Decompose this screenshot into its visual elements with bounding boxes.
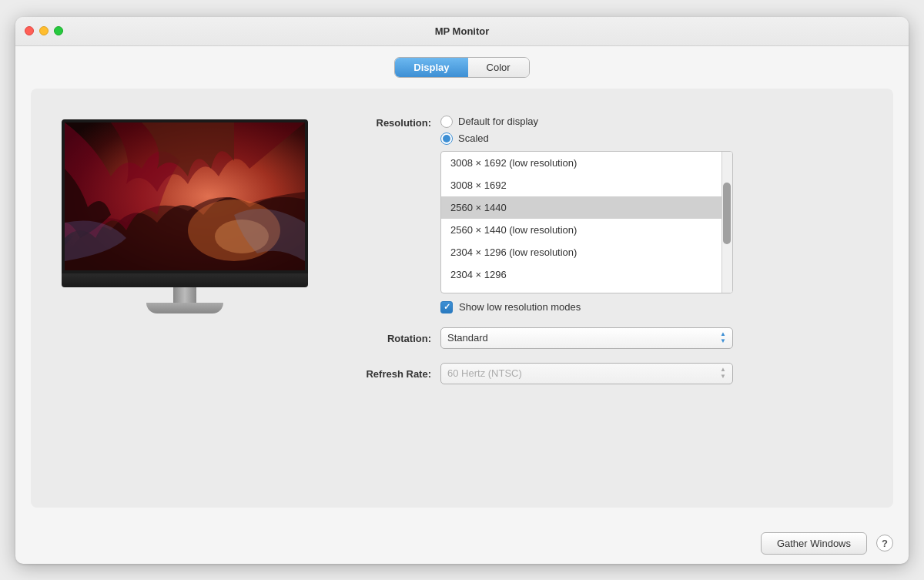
show-low-res-label: Show low resolution modes: [459, 301, 581, 313]
settings-panel: Resolution: Default for display Scaled: [346, 112, 878, 492]
refresh-rate-arrows: ▲ ▼: [720, 367, 726, 380]
radio-default[interactable]: [440, 116, 453, 128]
monitor-container: [46, 112, 323, 492]
help-button[interactable]: ?: [876, 535, 893, 552]
resolution-label: Resolution:: [346, 116, 431, 129]
tab-group: Display Color: [394, 57, 529, 78]
rotation-label: Rotation:: [346, 331, 431, 344]
show-low-res-checkbox[interactable]: ✓: [440, 301, 453, 313]
resolution-list[interactable]: 3008 × 1692 (low resolution) 3008 × 1692…: [440, 151, 733, 293]
monitor-wallpaper: [65, 122, 305, 270]
refresh-rate-dropdown[interactable]: 60 Hertz (NTSC) ▲ ▼: [440, 363, 733, 384]
refresh-arrow-up-icon: ▲: [720, 367, 726, 373]
checkmark-icon: ✓: [444, 303, 450, 311]
monitor-stand-base: [146, 303, 223, 313]
monitor-stand-neck: [173, 287, 196, 304]
monitor-screen: [62, 119, 308, 273]
resolution-item-0[interactable]: 3008 × 1692 (low resolution): [441, 152, 732, 174]
tab-color[interactable]: Color: [468, 58, 529, 77]
refresh-arrow-down-icon: ▼: [720, 374, 726, 380]
resolution-item-1[interactable]: 3008 × 1692: [441, 174, 732, 196]
show-low-res-row: ✓ Show low resolution modes: [440, 301, 733, 313]
radio-scaled[interactable]: [440, 132, 453, 145]
resolution-item-4[interactable]: 2304 × 1296 (low resolution): [441, 241, 732, 263]
radio-scaled-row: Scaled: [440, 132, 733, 145]
tab-display[interactable]: Display: [395, 58, 467, 77]
content-area: Resolution: Default for display Scaled: [31, 89, 893, 508]
resolution-item-5[interactable]: 2304 × 1296: [441, 263, 732, 286]
radio-default-label: Default for display: [458, 116, 538, 127]
radio-scaled-label: Scaled: [458, 132, 489, 144]
window-title: MP Monitor: [435, 25, 490, 37]
rotation-arrows: ▲ ▼: [720, 331, 726, 344]
gather-windows-button[interactable]: Gather Windows: [761, 532, 867, 555]
resolution-item-3[interactable]: 2560 × 1440 (low resolution): [441, 219, 732, 241]
maximize-button[interactable]: [54, 26, 63, 35]
radio-dot: [443, 135, 450, 142]
main-row: Resolution: Default for display Scaled: [46, 112, 878, 492]
app-window: MP Monitor Display Color: [15, 17, 909, 564]
scrollbar-thumb[interactable]: [723, 183, 731, 244]
resolution-item-2[interactable]: 2560 × 1440: [441, 196, 732, 219]
monitor-bezel: [62, 273, 308, 287]
rotation-dropdown[interactable]: Standard ▲ ▼: [440, 327, 733, 349]
title-bar: MP Monitor: [15, 17, 909, 46]
close-button[interactable]: [25, 26, 34, 35]
resolution-section: Resolution: Default for display Scaled: [346, 116, 878, 313]
traffic-lights: [25, 26, 63, 35]
rotation-value: Standard: [447, 332, 488, 344]
tab-bar: Display Color: [15, 46, 909, 78]
arrow-up-icon: ▲: [720, 331, 726, 337]
bottom-bar: Gather Windows ?: [15, 523, 909, 564]
radio-default-row: Default for display: [440, 116, 733, 128]
resolution-options: Default for display Scaled 3008 × 1692 (…: [440, 116, 733, 313]
resolution-list-inner[interactable]: 3008 × 1692 (low resolution) 3008 × 1692…: [441, 152, 732, 293]
refresh-rate-label: Refresh Rate:: [346, 367, 431, 380]
arrow-down-icon: ▼: [720, 338, 726, 344]
refresh-rate-value: 60 Hertz (NTSC): [447, 367, 522, 379]
monitor-image: [54, 119, 316, 297]
minimize-button[interactable]: [39, 26, 49, 35]
scrollbar-track[interactable]: [721, 152, 732, 293]
refresh-rate-section: Refresh Rate: 60 Hertz (NTSC) ▲ ▼: [346, 363, 878, 384]
rotation-section: Rotation: Standard ▲ ▼: [346, 327, 878, 349]
